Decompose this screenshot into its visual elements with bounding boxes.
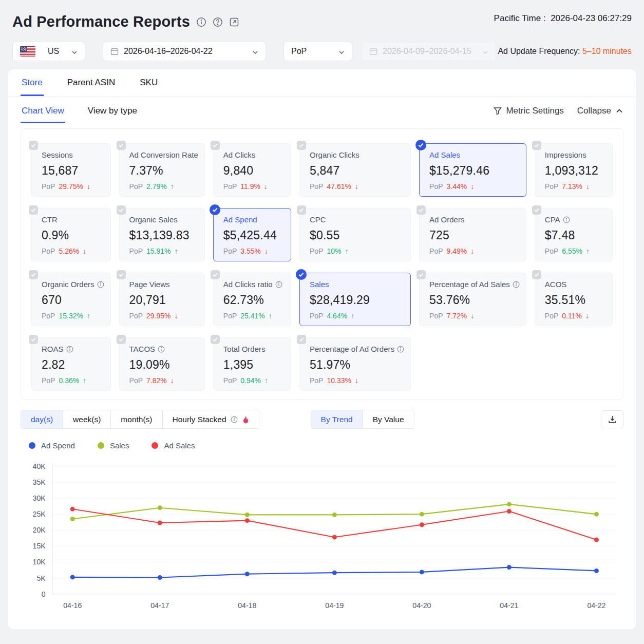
compare-mode-select[interactable]: PoP <box>283 42 352 61</box>
metric-card-ad-conversion-rate[interactable]: Ad Conversion Rate 7.37% PoP 2.79% ↑ <box>119 143 205 197</box>
legend-item-ad-spend[interactable]: Ad Spend <box>29 441 75 450</box>
metric-checkbox[interactable] <box>532 270 541 279</box>
granularity-hourly-stacked[interactable]: Hourly Stacked <box>162 410 259 428</box>
data-point-ad-sales[interactable] <box>70 507 75 512</box>
data-point-ad-sales[interactable] <box>332 535 337 540</box>
metric-checkbox[interactable] <box>29 141 38 150</box>
metric-checkbox[interactable] <box>211 270 220 279</box>
data-point-ad-spend[interactable] <box>594 569 599 573</box>
tab-store[interactable]: Store <box>21 69 44 96</box>
metric-card-organic-clicks[interactable]: Organic Clicks 5,847 PoP 47.61% ↓ <box>299 143 411 197</box>
view-tab-view-by-type[interactable]: View by type <box>87 99 138 123</box>
metric-card-ad-spend[interactable]: Ad Spend $5,425.44 PoP 3.55% ↓ <box>213 208 291 261</box>
metric-checkbox[interactable] <box>297 205 306 215</box>
info-icon[interactable] <box>196 17 206 27</box>
tab-parent-asin[interactable]: Parent ASIN <box>66 69 117 96</box>
metric-checkbox[interactable] <box>29 335 38 344</box>
metric-card-acos[interactable]: ACOS 35.51% PoP 0.11% ↓ <box>535 273 613 326</box>
metric-checkbox[interactable] <box>117 270 126 279</box>
metric-checkbox[interactable] <box>296 269 307 280</box>
metric-checkbox[interactable] <box>117 335 126 344</box>
data-point-ad-spend[interactable] <box>158 575 162 580</box>
legend-item-sales[interactable]: Sales <box>98 441 129 450</box>
metric-checkbox[interactable] <box>117 141 126 150</box>
data-point-ad-spend[interactable] <box>70 575 75 579</box>
data-point-ad-spend[interactable] <box>245 572 250 576</box>
external-link-icon[interactable] <box>229 17 239 27</box>
download-button[interactable] <box>601 410 623 428</box>
metric-checkbox[interactable] <box>117 205 126 215</box>
data-point-sales[interactable] <box>158 505 162 510</box>
granularity-month-s[interactable]: month(s) <box>110 410 162 428</box>
metric-card-cpc[interactable]: CPC $0.55 PoP 10% ↑ <box>299 208 411 261</box>
country-select[interactable]: US <box>12 42 85 61</box>
granularity-day-s[interactable]: day(s) <box>21 410 63 428</box>
data-point-ad-sales[interactable] <box>158 521 162 525</box>
metric-card-page-views[interactable]: Page Views 20,791 PoP 29.95% ↓ <box>119 273 205 326</box>
metric-checkbox[interactable] <box>532 205 541 215</box>
date-range-select[interactable]: 2026-04-16–2026-04-22 <box>103 42 266 61</box>
data-point-sales[interactable] <box>420 512 424 517</box>
metric-checkbox[interactable] <box>210 204 220 215</box>
legend-item-ad-sales[interactable]: Ad Sales <box>151 441 195 450</box>
metric-checkbox[interactable] <box>416 270 426 279</box>
metric-checkbox[interactable] <box>29 270 38 279</box>
tab-sku[interactable]: SKU <box>139 69 159 96</box>
metric-card-roas[interactable]: ROAS 2.82 PoP 0.36% ↑ <box>31 337 111 391</box>
data-point-ad-sales[interactable] <box>245 518 250 523</box>
date-range-value: 2026-04-16–2026-04-22 <box>124 47 247 56</box>
metric-label: Ad Sales <box>429 150 460 159</box>
data-point-ad-spend[interactable] <box>507 565 512 570</box>
metric-checkbox[interactable] <box>211 335 220 344</box>
data-point-ad-sales[interactable] <box>420 522 424 527</box>
metric-card-total-orders[interactable]: Total Orders 1,395 PoP 0.94% ↑ <box>213 337 291 391</box>
metric-checkbox[interactable] <box>415 140 426 150</box>
metric-card-cpa[interactable]: CPA $7.48 PoP 6.55% ↑ <box>535 208 613 261</box>
metric-checkbox[interactable] <box>416 205 426 215</box>
metric-card-tacos[interactable]: TACOS 19.09% PoP 7.82% ↓ <box>119 337 205 391</box>
metric-checkbox[interactable] <box>297 335 306 344</box>
pop-change: 3.44% <box>447 182 467 191</box>
metric-card-sessions[interactable]: Sessions 15,687 PoP 29.75% ↓ <box>31 143 111 197</box>
metric-card-ad-clicks[interactable]: Ad Clicks 9,840 PoP 11.9% ↓ <box>213 143 291 197</box>
data-point-sales[interactable] <box>594 512 599 517</box>
metric-card-impressions[interactable]: Impressions 1,093,312 PoP 7.13% ↓ <box>535 143 613 197</box>
data-point-sales[interactable] <box>332 513 337 517</box>
data-point-sales[interactable] <box>507 502 512 506</box>
pop-change: 10% <box>327 247 341 255</box>
view-tab-chart-view[interactable]: Chart View <box>21 99 65 123</box>
viewmode-by-trend[interactable]: By Trend <box>311 410 363 428</box>
viewmode-by-value[interactable]: By Value <box>363 410 414 428</box>
data-point-ad-sales[interactable] <box>507 509 512 514</box>
metric-value: 5,847 <box>310 164 404 178</box>
metric-checkbox[interactable] <box>297 141 306 150</box>
metric-card-ad-orders[interactable]: Ad Orders 725 PoP 9.49% ↓ <box>419 208 526 261</box>
metric-card-sales[interactable]: Sales $28,419.29 PoP 4.64% ↑ <box>299 273 411 326</box>
data-point-ad-spend[interactable] <box>332 571 337 575</box>
metric-checkbox[interactable] <box>29 205 38 215</box>
metric-card-ad-sales[interactable]: Ad Sales $15,279.46 PoP 3.44% ↓ <box>419 143 526 197</box>
metric-settings-button[interactable]: Metric Settings <box>494 106 563 116</box>
data-point-sales[interactable] <box>70 517 75 521</box>
metric-card-organic-orders[interactable]: Organic Orders 670 PoP 15.32% ↑ <box>31 273 111 326</box>
metric-card-organic-sales[interactable]: Organic Sales $13,139.83 PoP 15.91% ↑ <box>119 208 205 261</box>
data-point-sales[interactable] <box>245 513 250 517</box>
pop-change: 15.32% <box>59 312 83 320</box>
metric-checkbox[interactable] <box>211 141 220 150</box>
metric-value: 1,395 <box>223 358 285 372</box>
pop-change: 5.26% <box>59 247 79 255</box>
metric-card-percentage-of-ad-orders[interactable]: Percentage of Ad Orders 51.97% PoP 10.33… <box>299 337 411 391</box>
metric-card-ad-clicks-ratio[interactable]: Ad Clicks ratio 62.73% PoP 25.41% ↑ <box>213 273 291 326</box>
metric-card-ctr[interactable]: CTR 0.9% PoP 5.26% ↓ <box>31 208 111 261</box>
granularity-week-s[interactable]: week(s) <box>63 410 110 428</box>
metric-checkbox[interactable] <box>532 141 541 150</box>
help-icon[interactable] <box>213 17 223 27</box>
collapse-button[interactable]: Collapse <box>577 106 623 116</box>
arrow-down-icon: ↓ <box>355 376 358 385</box>
data-point-ad-sales[interactable] <box>594 538 599 542</box>
metric-card-percentage-of-ad-sales[interactable]: Percentage of Ad Sales 53.76% PoP 7.72% … <box>419 273 526 326</box>
granularity-switcher: day(s)week(s)month(s)Hourly Stacked <box>21 410 259 429</box>
data-point-ad-spend[interactable] <box>420 570 424 574</box>
metric-value: $15,279.46 <box>429 164 520 178</box>
legend-label: Sales <box>110 441 129 450</box>
